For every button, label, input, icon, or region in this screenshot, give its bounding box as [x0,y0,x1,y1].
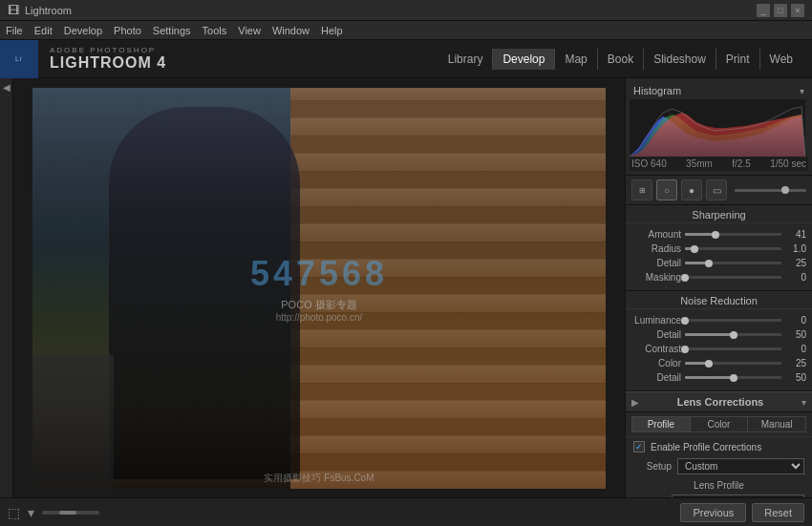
enable-profile-checkbox[interactable]: ✓ [633,441,645,452]
nr-luminance-label: Luminance [631,315,681,326]
lens-corrections-icon: ▶ [631,397,639,408]
noise-reduction-title: Noise Reduction [626,291,812,309]
sharpening-masking-track[interactable] [685,276,781,279]
tab-web[interactable]: Web [759,49,802,70]
tab-profile[interactable]: Profile [631,416,690,432]
circle-tool[interactable]: ○ [656,179,677,200]
menu-edit[interactable]: Edit [34,25,53,36]
tab-book[interactable]: Book [597,49,643,70]
lens-corrections-arrow[interactable]: ▾ [801,397,806,408]
lens-corrections-tabs: Profile Color Manual [626,412,812,437]
nr-detail2-track[interactable] [685,376,781,379]
histogram-shutter: 1/50 sec [770,158,806,169]
tab-color[interactable]: Color [690,416,748,432]
nr-detail2-label: Detail [631,372,681,383]
bottom-toolbar: ⬚ ▾ Previous Reset [0,497,812,526]
nr-contrast-row: Contrast 0 [626,342,812,356]
menu-view[interactable]: View [238,25,261,36]
grid-tool[interactable]: ⊞ [631,179,652,200]
make-row: Make Nikon [626,493,812,497]
nr-luminance-row: Luminance 0 [626,313,812,327]
photo-overlay: 547568 POCO 摄影专题 http://photo.poco.cn/ [250,254,388,323]
close-button[interactable]: × [791,4,804,17]
sharpening-amount-value: 41 [785,229,806,240]
photo-watermark-url: http://photo.poco.cn/ [250,312,388,323]
maximize-button[interactable]: □ [774,4,787,17]
dot-tool[interactable]: ● [681,179,702,200]
nr-luminance-value: 0 [785,315,806,326]
reset-button[interactable]: Reset [752,503,804,522]
histogram-arrow[interactable]: ▾ [800,86,804,96]
tab-map[interactable]: Map [554,49,596,70]
sharpening-detail-value: 25 [785,258,806,268]
histogram-focal: 35mm [686,158,713,169]
window-title: Lightroom [25,5,72,16]
right-panel: Histogram ▾ [625,78,812,497]
minimize-button[interactable]: _ [757,4,770,17]
tool-slider[interactable] [735,189,806,192]
bottom-frame-icon[interactable]: ⬚ [8,505,20,520]
make-dropdown[interactable]: Nikon [672,494,804,497]
menu-photo[interactable]: Photo [114,25,141,36]
nr-detail2-row: Detail 50 [626,370,812,385]
tab-library[interactable]: Library [438,49,493,70]
sharpening-radius-track[interactable] [685,247,781,250]
lens-profile-title: Lens Profile [626,476,812,493]
main-layout: ◀ 547568 POCO 摄影专题 http://photo.poco.cn/ [0,78,812,497]
tab-manual[interactable]: Manual [747,416,806,432]
photo-main: 547568 POCO 摄影专题 http://photo.poco.cn/ 实… [32,88,606,489]
nr-color-row: Color 25 [626,356,812,370]
photo-bottom-text: 实用摄影技巧 FsBus.CoM [264,472,374,485]
bottom-left: ⬚ ▾ [8,505,99,520]
histogram-header: Histogram ▾ [630,82,808,99]
menu-bar: File Edit Develop Photo Settings Tools V… [0,21,812,40]
left-panel-arrow[interactable]: ◀ [3,82,11,93]
nr-color-label: Color [631,358,681,368]
bottom-arrow-icon[interactable]: ▾ [28,505,34,520]
histogram-title: Histogram [633,85,681,96]
menu-window[interactable]: Window [272,25,310,36]
setup-label: Setup [633,461,672,472]
histogram-iso: ISO 640 [631,158,667,169]
bottom-right: Previous Reset [680,503,804,522]
sharpening-amount-row: Amount 41 [626,227,812,242]
sharpening-amount-track[interactable] [685,233,781,236]
tool-row: ⊞ ○ ● ▭ [626,176,812,205]
histogram-svg [630,99,805,157]
nr-color-track[interactable] [685,362,781,365]
nr-contrast-label: Contrast [631,344,681,354]
nr-contrast-track[interactable] [685,347,781,350]
menu-file[interactable]: File [6,25,23,36]
setup-dropdown[interactable]: Custom [677,458,804,474]
app-icon: 🎞 [8,4,19,17]
menu-help[interactable]: Help [321,25,343,36]
nr-contrast-value: 0 [785,344,806,354]
menu-develop[interactable]: Develop [64,25,102,36]
left-panel[interactable]: ◀ [0,78,13,497]
sharpening-title: Sharpening [626,205,812,223]
header: Lr ADOBE PHOTOSHOP LIGHTROOM 4 Library D… [0,40,812,78]
previous-button[interactable]: Previous [680,503,746,522]
photo-area: 547568 POCO 摄影专题 http://photo.poco.cn/ 实… [13,78,625,497]
nr-detail-label: Detail [631,329,681,340]
sharpening-masking-value: 0 [785,272,806,283]
menu-settings[interactable]: Settings [153,25,191,36]
nr-luminance-track[interactable] [685,319,781,322]
filmstrip-scrollbar[interactable] [42,511,99,515]
nr-detail-track[interactable] [685,333,781,336]
nav-tabs: Library Develop Map Book Slideshow Print… [438,49,802,70]
histogram-section: Histogram ▾ [626,78,812,176]
nr-color-value: 25 [785,358,806,368]
rect-tool[interactable]: ▭ [706,179,727,200]
sharpening-radius-value: 1.0 [785,243,806,254]
tab-print[interactable]: Print [716,49,759,70]
menu-tools[interactable]: Tools [203,25,227,36]
sharpening-masking-row: Masking 0 [626,270,812,284]
nr-detail2-value: 50 [785,372,806,383]
tab-develop[interactable]: Develop [492,49,554,70]
sharpening-detail-track[interactable] [685,262,781,264]
setup-row: Setup Custom [626,456,812,476]
sharpening-radius-label: Radius [631,243,681,254]
lens-corrections-section: ▶ Lens Corrections ▾ Profile Color Manua… [626,391,812,497]
tab-slideshow[interactable]: Slideshow [643,49,716,70]
